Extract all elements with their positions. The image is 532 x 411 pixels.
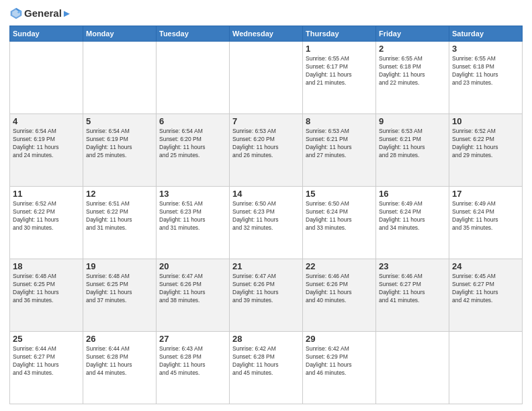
calendar-cell: 9Sunrise: 6:53 AM Sunset: 6:21 PM Daylig…: [376, 114, 449, 187]
day-info: Sunrise: 6:44 AM Sunset: 6:28 PM Dayligh…: [86, 345, 153, 377]
calendar-day-header: Thursday: [303, 26, 376, 42]
calendar-cell: 10Sunrise: 6:52 AM Sunset: 6:22 PM Dayli…: [449, 114, 523, 187]
day-info: Sunrise: 6:52 AM Sunset: 6:22 PM Dayligh…: [452, 128, 519, 160]
day-number: 1: [306, 44, 373, 54]
day-number: 4: [13, 116, 80, 126]
calendar-cell: 21Sunrise: 6:47 AM Sunset: 6:26 PM Dayli…: [230, 259, 303, 332]
logo-text: General►: [24, 8, 72, 19]
calendar-cell: 14Sunrise: 6:50 AM Sunset: 6:23 PM Dayli…: [230, 187, 303, 259]
day-info: Sunrise: 6:50 AM Sunset: 6:23 PM Dayligh…: [232, 200, 300, 232]
calendar-cell: [376, 332, 449, 404]
day-number: 16: [379, 189, 446, 199]
day-info: Sunrise: 6:55 AM Sunset: 6:18 PM Dayligh…: [452, 55, 519, 87]
day-info: Sunrise: 6:54 AM Sunset: 6:19 PM Dayligh…: [13, 128, 80, 160]
day-info: Sunrise: 6:47 AM Sunset: 6:26 PM Dayligh…: [232, 273, 300, 305]
day-info: Sunrise: 6:47 AM Sunset: 6:26 PM Dayligh…: [159, 273, 226, 305]
calendar-header-row: SundayMondayTuesdayWednesdayThursdayFrid…: [10, 26, 523, 42]
day-number: 26: [86, 334, 153, 344]
day-number: 28: [232, 334, 300, 344]
calendar-cell: [83, 42, 157, 114]
day-number: 5: [86, 116, 153, 126]
calendar-cell: 28Sunrise: 6:42 AM Sunset: 6:28 PM Dayli…: [230, 332, 303, 404]
calendar-day-header: Friday: [376, 26, 449, 42]
day-info: Sunrise: 6:46 AM Sunset: 6:26 PM Dayligh…: [306, 273, 373, 305]
calendar-cell: 19Sunrise: 6:48 AM Sunset: 6:25 PM Dayli…: [83, 259, 157, 332]
calendar-cell: 23Sunrise: 6:46 AM Sunset: 6:27 PM Dayli…: [376, 259, 449, 332]
day-info: Sunrise: 6:55 AM Sunset: 6:17 PM Dayligh…: [306, 55, 373, 87]
day-number: 25: [13, 334, 80, 344]
calendar-cell: 25Sunrise: 6:44 AM Sunset: 6:27 PM Dayli…: [10, 332, 83, 404]
calendar-cell: 7Sunrise: 6:53 AM Sunset: 6:20 PM Daylig…: [230, 114, 303, 187]
day-info: Sunrise: 6:46 AM Sunset: 6:27 PM Dayligh…: [379, 273, 446, 305]
calendar-week-row: 11Sunrise: 6:52 AM Sunset: 6:22 PM Dayli…: [10, 187, 523, 259]
day-info: Sunrise: 6:48 AM Sunset: 6:25 PM Dayligh…: [13, 273, 80, 305]
day-info: Sunrise: 6:42 AM Sunset: 6:28 PM Dayligh…: [232, 345, 300, 377]
day-number: 22: [306, 261, 373, 271]
day-number: 24: [452, 261, 519, 271]
day-number: 6: [159, 116, 226, 126]
calendar-week-row: 25Sunrise: 6:44 AM Sunset: 6:27 PM Dayli…: [10, 332, 523, 404]
calendar-day-header: Tuesday: [157, 26, 230, 42]
calendar-cell: 4Sunrise: 6:54 AM Sunset: 6:19 PM Daylig…: [10, 114, 83, 187]
calendar-cell: 15Sunrise: 6:50 AM Sunset: 6:24 PM Dayli…: [303, 187, 376, 259]
day-info: Sunrise: 6:53 AM Sunset: 6:20 PM Dayligh…: [232, 128, 300, 160]
calendar-cell: 29Sunrise: 6:42 AM Sunset: 6:29 PM Dayli…: [303, 332, 376, 404]
page: General► SundayMondayTuesdayWednesdayThu…: [0, 0, 532, 411]
day-number: 21: [232, 261, 300, 271]
calendar-cell: 20Sunrise: 6:47 AM Sunset: 6:26 PM Dayli…: [157, 259, 230, 332]
day-number: 13: [159, 189, 226, 199]
calendar-cell: 12Sunrise: 6:51 AM Sunset: 6:22 PM Dayli…: [83, 187, 157, 259]
day-number: 14: [232, 189, 300, 199]
day-number: 19: [86, 261, 153, 271]
day-info: Sunrise: 6:53 AM Sunset: 6:21 PM Dayligh…: [379, 128, 446, 160]
calendar-cell: 24Sunrise: 6:45 AM Sunset: 6:27 PM Dayli…: [449, 259, 523, 332]
calendar-cell: 27Sunrise: 6:43 AM Sunset: 6:28 PM Dayli…: [157, 332, 230, 404]
calendar-cell: 18Sunrise: 6:48 AM Sunset: 6:25 PM Dayli…: [10, 259, 83, 332]
calendar-cell: [10, 42, 83, 114]
calendar-cell: 8Sunrise: 6:53 AM Sunset: 6:21 PM Daylig…: [303, 114, 376, 187]
day-number: 2: [379, 44, 446, 54]
day-info: Sunrise: 6:48 AM Sunset: 6:25 PM Dayligh…: [86, 273, 153, 305]
day-number: 18: [13, 261, 80, 271]
calendar-cell: 13Sunrise: 6:51 AM Sunset: 6:23 PM Dayli…: [157, 187, 230, 259]
day-info: Sunrise: 6:54 AM Sunset: 6:19 PM Dayligh…: [86, 128, 153, 160]
calendar-cell: 6Sunrise: 6:54 AM Sunset: 6:20 PM Daylig…: [157, 114, 230, 187]
calendar-day-header: Sunday: [10, 26, 83, 42]
calendar-cell: 3Sunrise: 6:55 AM Sunset: 6:18 PM Daylig…: [449, 42, 523, 114]
day-info: Sunrise: 6:42 AM Sunset: 6:29 PM Dayligh…: [306, 345, 373, 377]
calendar-cell: 2Sunrise: 6:55 AM Sunset: 6:18 PM Daylig…: [376, 42, 449, 114]
day-info: Sunrise: 6:53 AM Sunset: 6:21 PM Dayligh…: [306, 128, 373, 160]
calendar-day-header: Wednesday: [230, 26, 303, 42]
day-number: 7: [232, 116, 300, 126]
calendar-table: SundayMondayTuesdayWednesdayThursdayFrid…: [9, 26, 523, 404]
day-info: Sunrise: 6:52 AM Sunset: 6:22 PM Dayligh…: [13, 200, 80, 232]
calendar-cell: [157, 42, 230, 114]
calendar-week-row: 18Sunrise: 6:48 AM Sunset: 6:25 PM Dayli…: [10, 259, 523, 332]
logo-icon: [9, 7, 23, 20]
day-info: Sunrise: 6:51 AM Sunset: 6:22 PM Dayligh…: [86, 200, 153, 232]
day-info: Sunrise: 6:45 AM Sunset: 6:27 PM Dayligh…: [452, 273, 519, 305]
calendar-cell: 17Sunrise: 6:49 AM Sunset: 6:24 PM Dayli…: [449, 187, 523, 259]
day-info: Sunrise: 6:54 AM Sunset: 6:20 PM Dayligh…: [159, 128, 226, 160]
day-info: Sunrise: 6:49 AM Sunset: 6:24 PM Dayligh…: [452, 200, 519, 232]
day-info: Sunrise: 6:55 AM Sunset: 6:18 PM Dayligh…: [379, 55, 446, 87]
calendar-week-row: 4Sunrise: 6:54 AM Sunset: 6:19 PM Daylig…: [10, 114, 523, 187]
day-number: 8: [306, 116, 373, 126]
day-number: 12: [86, 189, 153, 199]
calendar-cell: 1Sunrise: 6:55 AM Sunset: 6:17 PM Daylig…: [303, 42, 376, 114]
calendar-cell: 16Sunrise: 6:49 AM Sunset: 6:24 PM Dayli…: [376, 187, 449, 259]
calendar-cell: 5Sunrise: 6:54 AM Sunset: 6:19 PM Daylig…: [83, 114, 157, 187]
day-number: 11: [13, 189, 80, 199]
day-info: Sunrise: 6:49 AM Sunset: 6:24 PM Dayligh…: [379, 200, 446, 232]
calendar-day-header: Monday: [83, 26, 157, 42]
calendar-week-row: 1Sunrise: 6:55 AM Sunset: 6:17 PM Daylig…: [10, 42, 523, 114]
day-info: Sunrise: 6:43 AM Sunset: 6:28 PM Dayligh…: [159, 345, 226, 377]
day-number: 20: [159, 261, 226, 271]
day-info: Sunrise: 6:51 AM Sunset: 6:23 PM Dayligh…: [159, 200, 226, 232]
day-number: 15: [306, 189, 373, 199]
day-number: 3: [452, 44, 519, 54]
day-number: 27: [159, 334, 226, 344]
calendar-cell: [230, 42, 303, 114]
day-number: 17: [452, 189, 519, 199]
calendar-cell: 22Sunrise: 6:46 AM Sunset: 6:26 PM Dayli…: [303, 259, 376, 332]
